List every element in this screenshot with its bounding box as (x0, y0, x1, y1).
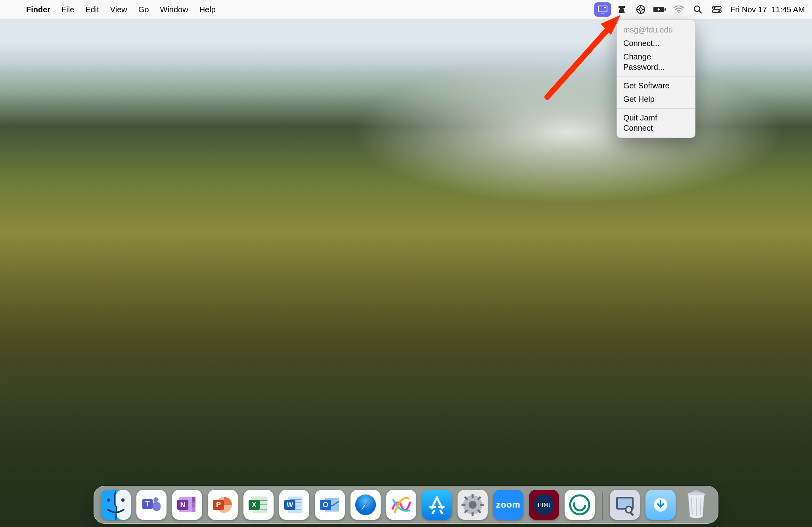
svg-point-11 (678, 11, 680, 13)
svg-rect-31 (192, 507, 195, 512)
dock-app-powerpoint[interactable]: P (208, 490, 238, 520)
dock-trash[interactable] (681, 490, 711, 520)
dock-app-settings[interactable] (458, 490, 488, 520)
svg-rect-10 (665, 8, 666, 11)
dock-stack-downloads[interactable] (645, 490, 676, 520)
menubar-date: Fri Nov 17 (730, 5, 767, 14)
battery-icon[interactable] (651, 2, 668, 17)
svg-rect-1 (601, 13, 605, 13)
svg-text:FDU: FDU (538, 502, 551, 508)
menu-item-quit[interactable]: Quit Jamf Connect (617, 111, 695, 135)
svg-point-76 (626, 507, 631, 512)
svg-point-71 (570, 495, 589, 514)
svg-rect-29 (192, 497, 195, 502)
menu-separator (617, 108, 695, 109)
menu-file[interactable]: File (56, 0, 80, 19)
menu-item-connect[interactable]: Connect... (617, 36, 695, 50)
dock: T N P X W O zoom FDU (0, 486, 812, 524)
dock-app-preview[interactable] (610, 490, 640, 520)
dock-app-appstore[interactable] (422, 490, 452, 520)
svg-text:T: T (146, 500, 150, 508)
menu-item-get-software[interactable]: Get Software (617, 79, 695, 92)
svg-point-15 (714, 7, 716, 9)
menu-help[interactable]: Help (194, 0, 221, 19)
dock-app-word[interactable]: W (279, 490, 309, 520)
dock-app-zoom[interactable]: zoom (493, 490, 523, 520)
wifi-icon[interactable] (670, 2, 687, 17)
svg-point-72 (574, 499, 585, 510)
screen-share-icon[interactable] (594, 2, 611, 17)
menu-item-change-password[interactable]: Change Password... (617, 50, 695, 74)
menu-separator (617, 76, 695, 76)
svg-point-23 (121, 498, 124, 502)
dock-divider (602, 492, 603, 520)
menu-item-get-help[interactable]: Get Help (617, 92, 695, 106)
control-center-icon[interactable] (709, 2, 725, 17)
menu-app-name[interactable]: Finder (21, 0, 56, 19)
dock-app-fdu[interactable]: FDU (529, 490, 559, 520)
spotlight-icon[interactable] (689, 2, 706, 17)
svg-text:N: N (180, 501, 186, 509)
svg-text:X: X (252, 501, 257, 509)
dock-app-onenote[interactable]: N (172, 490, 202, 520)
svg-point-26 (153, 497, 158, 502)
support-icon[interactable] (632, 2, 649, 17)
svg-point-2 (604, 7, 606, 8)
dock-app-finder[interactable] (101, 490, 131, 520)
menu-account-label: msg@fdu.edu (617, 23, 695, 36)
svg-line-13 (699, 11, 701, 13)
svg-point-17 (718, 10, 720, 12)
svg-text:W: W (287, 501, 293, 509)
menu-bar: Finder File Edit View Go Window Help (0, 0, 812, 19)
dock-app-freeform[interactable] (386, 490, 416, 520)
dock-app-cisco[interactable] (565, 490, 595, 520)
menubar-datetime[interactable]: Fri Nov 17 11:45 AM (726, 5, 805, 14)
svg-text:P: P (216, 501, 221, 509)
jamf-connect-icon[interactable] (613, 2, 630, 17)
dock-app-safari[interactable] (350, 490, 381, 520)
svg-rect-30 (192, 502, 195, 507)
svg-point-4 (639, 8, 642, 11)
menu-window[interactable]: Window (155, 0, 194, 19)
svg-rect-0 (598, 6, 607, 12)
svg-point-60 (469, 501, 477, 509)
svg-text:O: O (323, 501, 328, 509)
jamf-connect-menu: msg@fdu.edu Connect... Change Password..… (617, 20, 695, 138)
menubar-time: 11:45 AM (771, 5, 805, 14)
svg-point-22 (107, 498, 110, 502)
menu-edit[interactable]: Edit (80, 0, 104, 19)
apple-menu[interactable] (7, 0, 21, 19)
dock-app-outlook[interactable]: O (315, 490, 345, 520)
svg-rect-27 (153, 502, 161, 511)
dock-app-excel[interactable]: X (243, 490, 274, 520)
svg-rect-21 (116, 490, 131, 520)
menu-go[interactable]: Go (133, 0, 155, 19)
dock-app-teams[interactable]: T (136, 490, 167, 520)
menu-view[interactable]: View (105, 0, 133, 19)
